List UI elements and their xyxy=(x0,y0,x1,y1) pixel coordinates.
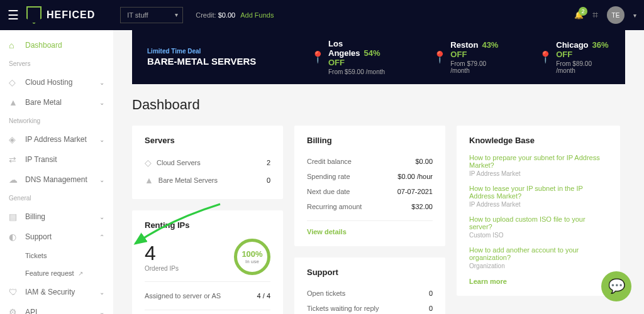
sidebar-sub-feature[interactable]: Feature request↗ xyxy=(0,264,113,282)
usage-ring: 100%In use xyxy=(234,239,270,275)
ordered-ips-count: 4 xyxy=(145,242,179,265)
chevron-down-icon: ⌄ xyxy=(99,289,104,296)
page-title: Dashboard xyxy=(132,97,625,113)
chevron-down-icon: ⌄ xyxy=(99,309,104,315)
sidebar-item-billing[interactable]: ▤Billing⌄ xyxy=(0,207,113,227)
notification-icon[interactable]: 🔔2 xyxy=(574,11,584,19)
server-icon: ▲ xyxy=(9,97,19,107)
chat-button[interactable]: 💬 xyxy=(601,271,631,301)
transit-icon: ⇄ xyxy=(9,154,19,165)
external-link-icon: ↗ xyxy=(78,270,83,277)
sidebar-item-bare[interactable]: ▲Bare Metal⌄ xyxy=(0,92,113,112)
card-title: Renting IPs xyxy=(145,220,270,230)
chevron-down-icon[interactable]: ▾ xyxy=(633,12,636,19)
dns-icon: ☁ xyxy=(9,175,19,185)
kb-link[interactable]: How to lease your IP subnet in the IP Ad… xyxy=(469,185,608,200)
billing-card: Billing Credit balance$0.00 Spending rat… xyxy=(294,126,445,246)
cloud-icon: ◇ xyxy=(145,158,152,168)
promo-title: BARE-METAL SERVERS xyxy=(147,56,298,67)
home-icon: ⌂ xyxy=(9,40,19,50)
chevron-down-icon: ⌄ xyxy=(99,214,104,220)
sidebar-item-dns[interactable]: ☁DNS Management⌄ xyxy=(0,170,113,190)
org-select-value: IT stuff xyxy=(120,7,183,23)
api-icon: ⚙ xyxy=(9,307,19,314)
sidebar-section-networking: Networking xyxy=(0,112,113,129)
tag-icon: ◈ xyxy=(9,134,19,144)
kb-link[interactable]: How to upload custom ISO file to your se… xyxy=(469,215,608,230)
brand-text: HEFICED xyxy=(47,9,95,21)
pin-icon: 📍 xyxy=(311,50,325,64)
org-selector[interactable]: IT stuff ▾ xyxy=(108,7,183,23)
chevron-down-icon: ⌄ xyxy=(99,136,104,143)
chevron-down-icon: ⌄ xyxy=(99,99,104,106)
sidebar-item-api[interactable]: ⚙API⌄ xyxy=(0,302,113,314)
chat-icon: 💬 xyxy=(608,278,625,295)
card-title: Support xyxy=(307,268,433,277)
menu-icon[interactable]: ☰ xyxy=(8,8,19,23)
promo-banner[interactable]: Limited Time Deal BARE-METAL SERVERS 📍 L… xyxy=(132,30,625,84)
promo-location: 📍 Chicago36% OFFFrom $89.00 /month xyxy=(538,40,610,74)
shield-icon: 🛡 xyxy=(9,287,19,297)
sidebar-item-cloud[interactable]: ◇Cloud Hosting⌄ xyxy=(0,72,113,92)
sidebar-section-general: General xyxy=(0,190,113,207)
card-title: Billing xyxy=(307,136,433,145)
sidebar-item-support[interactable]: ◐Support⌃ xyxy=(0,227,113,247)
kb-link[interactable]: How to prepare your subnet for IP Addres… xyxy=(469,154,608,169)
credit-label: Credit: $0.00 xyxy=(196,11,235,19)
promo-deal-label: Limited Time Deal xyxy=(147,48,298,55)
app-header: ☰ HEFICED IT stuff ▾ Credit: $0.00 Add F… xyxy=(0,0,644,30)
view-details-link[interactable]: View details xyxy=(307,228,347,236)
renting-card: Renting IPs 4Ordered IPs 100%In use Assi… xyxy=(132,210,283,314)
kb-link[interactable]: How to add another account to your organ… xyxy=(469,246,608,261)
sidebar-item-dashboard[interactable]: ⌂Dashboard xyxy=(0,35,113,55)
add-funds-link[interactable]: Add Funds xyxy=(240,11,274,19)
cloud-icon: ◇ xyxy=(9,77,19,87)
sidebar-sub-tickets[interactable]: Tickets xyxy=(0,247,113,264)
chevron-down-icon: ⌄ xyxy=(99,79,104,86)
billing-icon: ▤ xyxy=(9,212,19,222)
notification-badge: 2 xyxy=(579,7,587,16)
brand-logo[interactable]: HEFICED xyxy=(26,6,95,24)
shield-icon xyxy=(26,6,42,24)
knowledge-base-card: Knowledge Base How to prepare your subne… xyxy=(457,126,620,296)
chevron-down-icon: ⌄ xyxy=(99,176,104,183)
avatar[interactable]: TE xyxy=(607,6,625,24)
card-title: Knowledge Base xyxy=(469,136,608,145)
sidebar-item-iam[interactable]: 🛡IAM & Security⌄ xyxy=(0,282,113,302)
sidebar-item-ipmarket[interactable]: ◈IP Address Market⌄ xyxy=(0,129,113,149)
card-title: Servers xyxy=(145,136,270,145)
promo-location: 📍 Los Angeles54% OFFFrom $59.00 /month xyxy=(311,39,395,75)
learn-more-link[interactable]: Learn more xyxy=(469,278,507,285)
support-card: Support Open tickets0 Tickets waiting fo… xyxy=(294,257,445,314)
pin-icon: 📍 xyxy=(538,50,552,64)
chevron-up-icon: ⌃ xyxy=(99,234,104,241)
servers-card: Servers ◇Cloud Servers2 ▲Bare Metal Serv… xyxy=(132,126,283,199)
slack-icon[interactable]: ⌗ xyxy=(592,9,598,21)
sidebar-item-iptransit[interactable]: ⇄IP Transit xyxy=(0,149,113,170)
sidebar-section-servers: Servers xyxy=(0,55,113,72)
main-content: Limited Time Deal BARE-METAL SERVERS 📍 L… xyxy=(113,30,644,314)
server-icon: ▲ xyxy=(145,175,153,185)
pin-icon: 📍 xyxy=(433,50,447,64)
promo-location: 📍 Reston43% OFFFrom $79.00 /month xyxy=(433,40,501,74)
support-icon: ◐ xyxy=(9,232,19,242)
sidebar: ⌂Dashboard Servers ◇Cloud Hosting⌄ ▲Bare… xyxy=(0,30,113,314)
chevron-down-icon: ▾ xyxy=(175,11,178,18)
